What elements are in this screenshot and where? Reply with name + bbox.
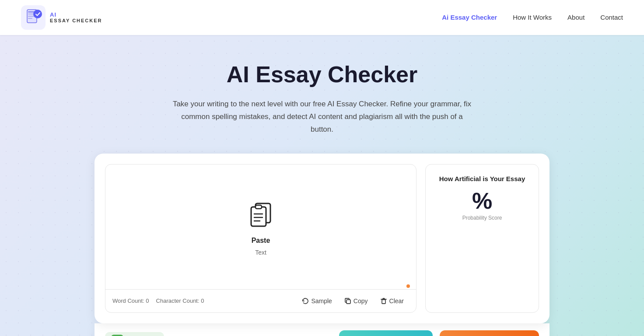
sample-label: Sample bbox=[311, 298, 332, 304]
clear-label: Clear bbox=[389, 298, 404, 304]
text-area-wrapper[interactable]: Paste Text bbox=[105, 164, 416, 289]
bottom-bar: A AUTO: ON Detect bbox=[94, 323, 550, 336]
hero-subtitle: Take your writing to the next level with… bbox=[169, 98, 475, 136]
sample-button[interactable]: Sample bbox=[297, 295, 337, 307]
word-count-area: Word Count: 0 Character Count: 0 bbox=[112, 298, 204, 304]
plagiarism-button[interactable]: Check Plagiarism bbox=[440, 330, 539, 336]
copy-icon bbox=[344, 298, 351, 304]
svg-rect-3 bbox=[28, 14, 34, 14]
logo: AI ESSAY CHECKER bbox=[21, 5, 102, 30]
text-panel: Paste Text Word Count: 0 Character Count… bbox=[105, 164, 416, 313]
copy-button[interactable]: Copy bbox=[339, 295, 373, 307]
score-panel: How Artificial is Your Essay % Probabili… bbox=[425, 164, 539, 313]
auto-badge: A AUTO: ON bbox=[105, 332, 164, 336]
nav-item-checker[interactable]: Ai Essay Checker bbox=[442, 14, 497, 21]
score-label: Probability Score bbox=[462, 215, 502, 221]
logo-icon bbox=[21, 5, 46, 30]
hero-section: AI Essay Checker Take your writing to th… bbox=[0, 35, 644, 336]
nav-item-about[interactable]: About bbox=[567, 14, 584, 21]
nav-item-how[interactable]: How It Works bbox=[513, 14, 552, 21]
nav-links: Ai Essay Checker How It Works About Cont… bbox=[442, 14, 623, 21]
score-value: % bbox=[472, 189, 492, 212]
sample-icon bbox=[302, 298, 309, 304]
copy-label: Copy bbox=[354, 298, 368, 304]
clear-button[interactable]: Clear bbox=[375, 295, 409, 307]
word-count: Word Count: 0 bbox=[112, 298, 149, 304]
hero-title: AI Essay Checker bbox=[21, 61, 623, 88]
svg-rect-14 bbox=[382, 300, 385, 304]
nav-link-how[interactable]: How It Works bbox=[513, 14, 552, 21]
text-actions: Sample Copy bbox=[297, 295, 409, 307]
action-buttons: Detect AI Essay Check Plagiarism bbox=[339, 330, 539, 336]
nav-link-about[interactable]: About bbox=[567, 14, 584, 21]
navbar: AI ESSAY CHECKER Ai Essay Checker How It… bbox=[0, 0, 644, 35]
text-footer: Word Count: 0 Character Count: 0 bbox=[105, 289, 416, 312]
score-title: How Artificial is Your Essay bbox=[439, 175, 525, 182]
nav-link-checker[interactable]: Ai Essay Checker bbox=[442, 14, 497, 21]
detect-ai-button[interactable]: Detect AI Essay bbox=[339, 330, 432, 336]
essay-input[interactable] bbox=[105, 164, 416, 289]
logo-text: AI ESSAY CHECKER bbox=[50, 11, 102, 24]
svg-point-6 bbox=[33, 10, 42, 18]
nav-item-contact[interactable]: Contact bbox=[600, 14, 623, 21]
clear-icon bbox=[380, 298, 387, 304]
main-card: Paste Text Word Count: 0 Character Count… bbox=[94, 154, 550, 323]
char-count: Character Count: 0 bbox=[156, 298, 204, 304]
logo-ai-label: AI bbox=[50, 11, 102, 18]
logo-product-label: ESSAY CHECKER bbox=[50, 18, 102, 24]
nav-link-contact[interactable]: Contact bbox=[600, 14, 623, 21]
svg-rect-13 bbox=[346, 300, 350, 304]
svg-rect-5 bbox=[28, 18, 32, 19]
